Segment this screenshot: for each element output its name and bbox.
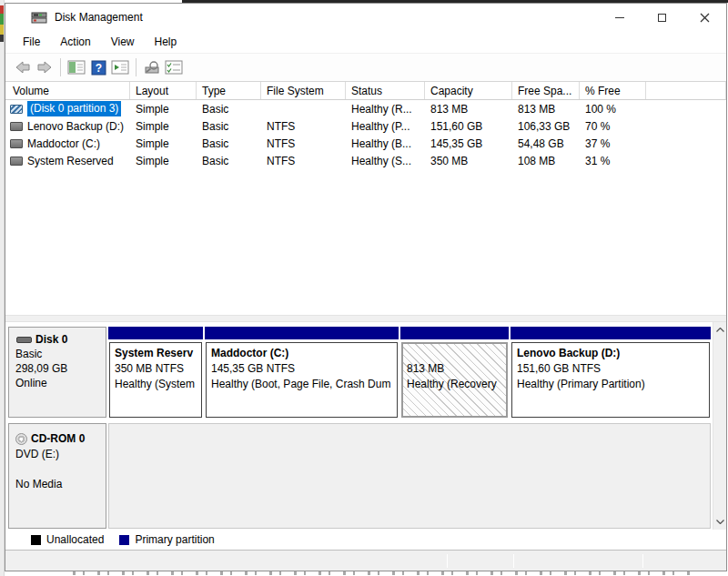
status-bar	[5, 550, 726, 571]
partition-lenovo-backup-d[interactable]: Lenovo Backup (D:) 151,60 GB NTFS Health…	[511, 327, 711, 418]
cdrom-media-status: No Media	[15, 477, 102, 492]
menu-file[interactable]: File	[13, 33, 50, 51]
partition-color-bar	[400, 327, 509, 339]
column-header-capacity[interactable]: Capacity	[425, 82, 512, 99]
graphical-view-pane: Disk 0 Basic 298,09 GB Online System Res…	[5, 322, 726, 530]
column-header-pct-free[interactable]: % Free	[580, 82, 646, 99]
partition-maddoctor-c[interactable]: Maddoctor (C:) 145,35 GB NTFS Healthy (B…	[205, 327, 399, 418]
show-console-tree-button[interactable]	[66, 56, 87, 78]
checklist-icon	[165, 60, 183, 75]
cdrom-label-panel[interactable]: CD-ROM 0 DVD (E:) No Media	[8, 423, 106, 529]
window-title: Disk Management	[55, 11, 143, 24]
disk-management-window: Disk Management File Action View Help	[5, 3, 727, 571]
primary-partition-swatch	[119, 535, 129, 545]
partition-name: System Reserv	[115, 346, 197, 361]
cell-free-space: 813 MB	[512, 103, 580, 116]
partition-system-reserved[interactable]: System Reserv 350 MB NTFS Healthy (Syste…	[108, 327, 203, 418]
volume-name: Maddoctor (C:)	[27, 137, 100, 150]
scroll-down-button[interactable]	[713, 514, 727, 530]
menu-help[interactable]: Help	[145, 33, 187, 51]
maximize-button[interactable]	[641, 4, 683, 31]
minimize-button[interactable]	[598, 4, 641, 31]
legend-label: Unallocated	[46, 533, 104, 546]
close-button[interactable]	[683, 4, 726, 31]
disk0-type: Basic	[15, 347, 102, 361]
partition-status: Healthy (Primary Partition)	[517, 377, 704, 392]
disk-view-button[interactable]	[141, 56, 163, 78]
cell-status: Healthy (P...	[346, 120, 425, 133]
table-row-maddoctor[interactable]: Maddoctor (C:) Simple Basic NTFS Healthy…	[7, 135, 726, 152]
volume-name: Lenovo Backup (D:)	[27, 120, 124, 133]
background-color-chip	[0, 14, 4, 25]
column-header-type[interactable]: Type	[197, 82, 261, 99]
partition-name: Maddoctor (C:)	[211, 346, 392, 361]
legend-bar: Unallocated Primary partition	[5, 530, 726, 550]
forward-arrow-icon	[36, 60, 53, 75]
table-row-disk0-partition3[interactable]: (Disk 0 partition 3) Simple Basic Health…	[7, 100, 726, 117]
volume-table-body: (Disk 0 partition 3) Simple Basic Health…	[5, 100, 726, 315]
cell-capacity: 813 MB	[425, 103, 512, 116]
column-header-free-space[interactable]: Free Spa...	[512, 82, 580, 99]
cdrom-empty-region[interactable]	[108, 423, 711, 529]
partition-recovery-selected[interactable]: 813 MB Healthy (Recovery	[400, 327, 509, 418]
table-row-lenovo-backup[interactable]: Lenovo Backup (D:) Simple Basic NTFS Hea…	[7, 117, 726, 135]
disk-management-icon	[31, 11, 47, 25]
partition-size: 145,35 GB NTFS	[211, 361, 392, 377]
partition-name: Lenovo Backup (D:)	[517, 346, 704, 361]
cdrom-row: CD-ROM 0 DVD (E:) No Media	[8, 423, 711, 529]
toolbar-separator	[136, 58, 136, 76]
volume-name: System Reserved	[27, 155, 114, 167]
cell-status: Healthy (B...	[346, 137, 425, 150]
pane-splitter[interactable]	[5, 315, 726, 322]
console-tree-icon	[67, 60, 86, 75]
back-button[interactable]	[12, 56, 34, 78]
show-action-pane-button[interactable]	[109, 56, 131, 78]
cell-status: Healthy (S...	[346, 155, 425, 167]
close-icon	[700, 13, 710, 23]
vertical-scrollbar[interactable]	[713, 322, 726, 530]
column-header-status[interactable]: Status	[346, 82, 425, 99]
disk-magnifier-icon	[143, 60, 161, 75]
column-header-volume[interactable]: Volume	[7, 82, 130, 99]
action-pane-icon	[111, 60, 129, 75]
background-text-remnant	[73, 571, 692, 575]
titlebar: Disk Management	[5, 4, 726, 31]
disk0-status: Online	[15, 376, 102, 390]
column-header-file-system[interactable]: File System	[261, 82, 346, 99]
menu-action[interactable]: Action	[50, 33, 100, 51]
menu-view[interactable]: View	[101, 33, 145, 51]
volume-icon	[10, 157, 23, 166]
unallocated-swatch	[31, 535, 41, 545]
cell-type: Basic	[197, 120, 261, 133]
cdrom-name: CD-ROM 0	[31, 431, 85, 447]
cell-status: Healthy (R...	[346, 103, 425, 116]
cell-layout: Simple	[130, 155, 197, 167]
disk0-label-panel[interactable]: Disk 0 Basic 298,09 GB Online	[8, 327, 106, 418]
cell-free-space: 54,48 GB	[512, 137, 580, 150]
checklist-button[interactable]	[163, 56, 185, 78]
window-controls	[598, 4, 726, 31]
volume-table-header: Volume Layout Type File System Status Ca…	[5, 82, 726, 100]
toolbar-separator	[60, 58, 61, 76]
background-color-chip	[0, 5, 4, 14]
partition-status: Healthy (System	[115, 377, 197, 392]
forward-button[interactable]	[34, 56, 56, 78]
scroll-up-button[interactable]	[713, 322, 727, 338]
volume-icon	[10, 122, 23, 131]
partition-size: 350 MB NTFS	[115, 361, 197, 377]
cell-free-space: 108 MB	[512, 155, 580, 167]
column-header-layout[interactable]: Layout	[130, 82, 197, 99]
cell-free-space: 106,33 GB	[512, 120, 580, 133]
table-row-system-reserved[interactable]: System Reserved Simple Basic NTFS Health…	[7, 152, 726, 169]
cell-type: Basic	[197, 137, 261, 150]
cdrom-drive-letter: DVD (E:)	[15, 447, 102, 462]
legend-label: Primary partition	[135, 533, 214, 546]
cell-type: Basic	[197, 103, 261, 116]
cell-pct-free: 31 %	[580, 155, 646, 167]
chevron-down-icon	[716, 520, 724, 524]
minimize-icon	[615, 17, 624, 18]
cell-pct-free: 100 %	[580, 103, 646, 116]
help-button[interactable]: ?	[87, 56, 109, 78]
chevron-up-icon	[716, 328, 724, 332]
background-color-chip	[0, 35, 4, 42]
